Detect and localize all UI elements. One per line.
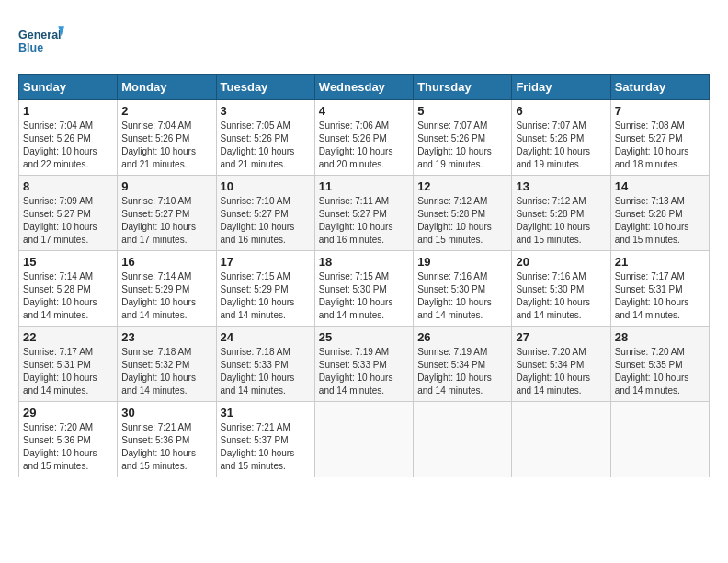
day-info: Sunrise: 7:12 AM Sunset: 5:28 PM Dayligh…: [516, 195, 606, 247]
day-number: 27: [516, 330, 606, 344]
day-number: 26: [417, 330, 507, 344]
day-number: 16: [121, 255, 211, 269]
day-info: Sunrise: 7:10 AM Sunset: 5:27 PM Dayligh…: [221, 195, 311, 247]
weekday-header: Sunday: [19, 75, 118, 100]
calendar-cell: 21Sunrise: 7:17 AM Sunset: 5:31 PM Dayli…: [610, 251, 709, 327]
day-number: 28: [615, 330, 705, 344]
calendar-cell: 3Sunrise: 7:05 AM Sunset: 5:26 PM Daylig…: [216, 100, 314, 176]
weekday-header: Wednesday: [314, 75, 413, 100]
day-number: 20: [516, 255, 606, 269]
day-number: 29: [23, 406, 113, 419]
day-info: Sunrise: 7:17 AM Sunset: 5:31 PM Dayligh…: [23, 346, 113, 397]
day-info: Sunrise: 7:15 AM Sunset: 5:29 PM Dayligh…: [221, 270, 311, 322]
calendar-week-row: 29Sunrise: 7:20 AM Sunset: 5:36 PM Dayli…: [19, 402, 710, 477]
calendar-cell: 12Sunrise: 7:12 AM Sunset: 5:28 PM Dayli…: [414, 176, 512, 251]
day-number: 30: [121, 406, 211, 419]
day-number: 31: [221, 406, 311, 419]
calendar-cell: 20Sunrise: 7:16 AM Sunset: 5:30 PM Dayli…: [512, 251, 610, 327]
calendar-cell: 22Sunrise: 7:17 AM Sunset: 5:31 PM Dayli…: [19, 327, 118, 402]
day-info: Sunrise: 7:11 AM Sunset: 5:27 PM Dayligh…: [319, 195, 409, 247]
day-info: Sunrise: 7:16 AM Sunset: 5:30 PM Dayligh…: [516, 270, 606, 322]
day-info: Sunrise: 7:12 AM Sunset: 5:28 PM Dayligh…: [417, 195, 507, 247]
day-info: Sunrise: 7:20 AM Sunset: 5:36 PM Dayligh…: [23, 421, 113, 473]
day-number: 23: [121, 330, 211, 344]
calendar-cell: 14Sunrise: 7:13 AM Sunset: 5:28 PM Dayli…: [610, 176, 709, 251]
calendar-cell: 26Sunrise: 7:19 AM Sunset: 5:34 PM Dayli…: [414, 327, 512, 402]
calendar-cell: 13Sunrise: 7:12 AM Sunset: 5:28 PM Dayli…: [512, 176, 610, 251]
day-info: Sunrise: 7:19 AM Sunset: 5:33 PM Dayligh…: [319, 346, 409, 397]
day-info: Sunrise: 7:21 AM Sunset: 5:36 PM Dayligh…: [121, 421, 211, 473]
calendar-cell: 16Sunrise: 7:14 AM Sunset: 5:29 PM Dayli…: [118, 251, 216, 327]
calendar-cell: 5Sunrise: 7:07 AM Sunset: 5:26 PM Daylig…: [414, 100, 512, 176]
page-header: General Blue: [18, 18, 710, 64]
calendar-cell: [414, 402, 512, 477]
day-info: Sunrise: 7:16 AM Sunset: 5:30 PM Dayligh…: [417, 270, 507, 322]
calendar-cell: 27Sunrise: 7:20 AM Sunset: 5:34 PM Dayli…: [512, 327, 610, 402]
day-number: 3: [221, 104, 311, 118]
day-info: Sunrise: 7:15 AM Sunset: 5:30 PM Dayligh…: [319, 270, 409, 322]
day-number: 25: [319, 330, 409, 344]
svg-text:General: General: [18, 29, 62, 42]
calendar-cell: 30Sunrise: 7:21 AM Sunset: 5:36 PM Dayli…: [118, 402, 216, 477]
day-info: Sunrise: 7:17 AM Sunset: 5:31 PM Dayligh…: [615, 270, 705, 322]
day-info: Sunrise: 7:05 AM Sunset: 5:26 PM Dayligh…: [221, 120, 311, 171]
day-number: 18: [319, 255, 409, 269]
calendar-cell: 9Sunrise: 7:10 AM Sunset: 5:27 PM Daylig…: [118, 176, 216, 251]
weekday-header: Monday: [118, 75, 216, 100]
day-number: 22: [23, 330, 113, 344]
weekday-header: Friday: [512, 75, 610, 100]
day-info: Sunrise: 7:07 AM Sunset: 5:26 PM Dayligh…: [516, 120, 606, 171]
day-number: 6: [516, 104, 606, 118]
day-info: Sunrise: 7:20 AM Sunset: 5:35 PM Dayligh…: [615, 346, 705, 397]
calendar-cell: 29Sunrise: 7:20 AM Sunset: 5:36 PM Dayli…: [19, 402, 118, 477]
day-info: Sunrise: 7:14 AM Sunset: 5:29 PM Dayligh…: [121, 270, 211, 322]
day-number: 12: [417, 179, 507, 193]
day-info: Sunrise: 7:04 AM Sunset: 5:26 PM Dayligh…: [121, 120, 211, 171]
weekday-header: Thursday: [414, 75, 512, 100]
calendar-cell: 15Sunrise: 7:14 AM Sunset: 5:28 PM Dayli…: [19, 251, 118, 327]
calendar-cell: 18Sunrise: 7:15 AM Sunset: 5:30 PM Dayli…: [314, 251, 413, 327]
day-info: Sunrise: 7:04 AM Sunset: 5:26 PM Dayligh…: [23, 120, 113, 171]
day-number: 10: [221, 179, 311, 193]
calendar-cell: 6Sunrise: 7:07 AM Sunset: 5:26 PM Daylig…: [512, 100, 610, 176]
calendar-week-row: 8Sunrise: 7:09 AM Sunset: 5:27 PM Daylig…: [19, 176, 710, 251]
weekday-header: Tuesday: [216, 75, 314, 100]
day-info: Sunrise: 7:10 AM Sunset: 5:27 PM Dayligh…: [121, 195, 211, 247]
calendar-cell: 28Sunrise: 7:20 AM Sunset: 5:35 PM Dayli…: [610, 327, 709, 402]
calendar-cell: 17Sunrise: 7:15 AM Sunset: 5:29 PM Dayli…: [216, 251, 314, 327]
weekday-header: Saturday: [610, 75, 709, 100]
day-info: Sunrise: 7:20 AM Sunset: 5:34 PM Dayligh…: [516, 346, 606, 397]
day-info: Sunrise: 7:19 AM Sunset: 5:34 PM Dayligh…: [417, 346, 507, 397]
day-number: 4: [319, 104, 409, 118]
day-info: Sunrise: 7:18 AM Sunset: 5:32 PM Dayligh…: [121, 346, 211, 397]
calendar-cell: 11Sunrise: 7:11 AM Sunset: 5:27 PM Dayli…: [314, 176, 413, 251]
day-info: Sunrise: 7:14 AM Sunset: 5:28 PM Dayligh…: [23, 270, 113, 322]
calendar-cell: 19Sunrise: 7:16 AM Sunset: 5:30 PM Dayli…: [414, 251, 512, 327]
calendar-body: 1Sunrise: 7:04 AM Sunset: 5:26 PM Daylig…: [19, 100, 710, 477]
calendar-cell: [610, 402, 709, 477]
calendar-cell: 23Sunrise: 7:18 AM Sunset: 5:32 PM Dayli…: [118, 327, 216, 402]
day-number: 14: [615, 179, 705, 193]
calendar-table: SundayMondayTuesdayWednesdayThursdayFrid…: [18, 74, 710, 477]
calendar-cell: 25Sunrise: 7:19 AM Sunset: 5:33 PM Dayli…: [314, 327, 413, 402]
day-info: Sunrise: 7:13 AM Sunset: 5:28 PM Dayligh…: [615, 195, 705, 247]
calendar-header-row: SundayMondayTuesdayWednesdayThursdayFrid…: [19, 75, 710, 100]
day-number: 8: [23, 179, 113, 193]
day-number: 21: [615, 255, 705, 269]
calendar-cell: 10Sunrise: 7:10 AM Sunset: 5:27 PM Dayli…: [216, 176, 314, 251]
calendar-cell: 31Sunrise: 7:21 AM Sunset: 5:37 PM Dayli…: [216, 402, 314, 477]
calendar-week-row: 22Sunrise: 7:17 AM Sunset: 5:31 PM Dayli…: [19, 327, 710, 402]
day-number: 5: [417, 104, 507, 118]
logo-svg: General Blue: [18, 18, 64, 64]
day-info: Sunrise: 7:21 AM Sunset: 5:37 PM Dayligh…: [221, 421, 311, 473]
calendar-cell: [314, 402, 413, 477]
day-number: 19: [417, 255, 507, 269]
svg-text:Blue: Blue: [18, 41, 43, 54]
calendar-cell: 7Sunrise: 7:08 AM Sunset: 5:27 PM Daylig…: [610, 100, 709, 176]
calendar-cell: 8Sunrise: 7:09 AM Sunset: 5:27 PM Daylig…: [19, 176, 118, 251]
day-info: Sunrise: 7:18 AM Sunset: 5:33 PM Dayligh…: [221, 346, 311, 397]
calendar-week-row: 15Sunrise: 7:14 AM Sunset: 5:28 PM Dayli…: [19, 251, 710, 327]
calendar-cell: [512, 402, 610, 477]
day-info: Sunrise: 7:08 AM Sunset: 5:27 PM Dayligh…: [615, 120, 705, 171]
calendar-week-row: 1Sunrise: 7:04 AM Sunset: 5:26 PM Daylig…: [19, 100, 710, 176]
